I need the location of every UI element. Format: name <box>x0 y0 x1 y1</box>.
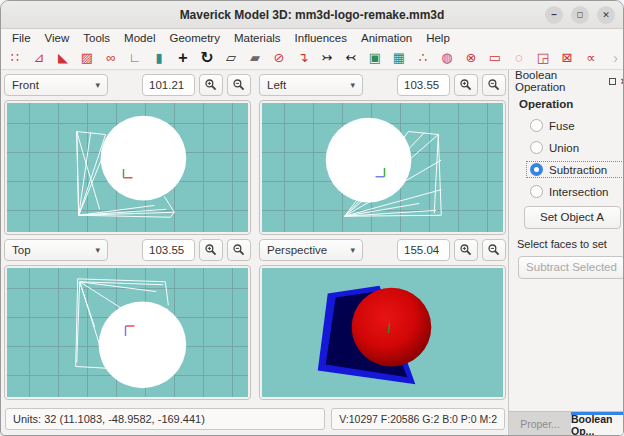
cylinder-tool-icon[interactable]: ▭ <box>483 48 507 68</box>
app-window: Maverick Model 3D: mm3d-logo-remake.mm3d… <box>0 0 624 436</box>
toolbar-overflow-chevron-icon[interactable]: › <box>613 50 621 66</box>
boolean-operation-panel: Boolean Operation × Operation Fuse Union… <box>508 70 624 435</box>
tab-properties[interactable]: Proper... <box>509 412 571 435</box>
perspective-zoom-input[interactable]: 155.04 <box>397 239 450 261</box>
bone-joint-tool-icon[interactable]: ∝ <box>579 48 603 68</box>
menu-tools[interactable]: Tools <box>76 32 117 44</box>
extrude-tool-icon[interactable]: ▱ <box>219 48 243 68</box>
top-view-label: Top <box>12 244 95 256</box>
left-wireframe-scene <box>262 103 503 232</box>
set-object-a-button[interactable]: Set Object A <box>524 206 621 229</box>
front-zoom-out-button[interactable] <box>227 74 251 96</box>
perspective-viewport-header: Perspective ▾ 155.04 <box>259 238 506 262</box>
radio-subtraction[interactable]: Subtraction <box>527 162 624 177</box>
front-zoom-in-button[interactable] <box>199 74 223 96</box>
top-viewport-header: Top ▾ 103.55 <box>4 238 251 262</box>
radio-intersection-label: Intersection <box>549 186 608 198</box>
menu-file[interactable]: File <box>5 32 38 44</box>
left-view-label: Left <box>267 79 350 91</box>
chevron-down-icon: ▾ <box>95 245 100 255</box>
front-zoom-input[interactable]: 101.21 <box>142 74 195 96</box>
menu-model[interactable]: Model <box>117 32 162 44</box>
menu-influences[interactable]: Influences <box>288 32 354 44</box>
front-wireframe-scene <box>7 103 248 232</box>
select-groups-icon[interactable]: ▨ <box>75 48 99 68</box>
select-bone-joints-icon[interactable]: ∞ <box>99 48 123 68</box>
rectangle-tool-icon[interactable]: ◲ <box>531 48 555 68</box>
radio-selected-icon <box>530 163 543 176</box>
menu-view[interactable]: View <box>38 32 77 44</box>
zoom-in-icon <box>459 243 473 257</box>
background-image-icon[interactable]: ▦ <box>387 48 411 68</box>
left-zoom-in-button[interactable] <box>454 74 478 96</box>
radio-intersection[interactable]: Intersection <box>527 184 624 199</box>
close-button[interactable]: ✕ <box>597 6 615 24</box>
make-face-tool-icon[interactable]: ⊘ <box>267 48 291 68</box>
front-viewport-canvas[interactable] <box>4 100 251 235</box>
perspective-3d-scene <box>262 268 503 397</box>
subtract-selected-button[interactable]: Subtract Selected <box>518 256 624 279</box>
perspective-viewport-canvas[interactable] <box>259 265 506 400</box>
operation-section-label: Operation <box>519 98 624 110</box>
radio-fuse[interactable]: Fuse <box>527 118 624 133</box>
top-wireframe-scene <box>7 268 248 397</box>
zoom-out-icon <box>232 243 246 257</box>
top-view-select[interactable]: Top ▾ <box>4 239 108 261</box>
left-zoom-out-button[interactable] <box>482 74 506 96</box>
top-viewport-canvas[interactable] <box>4 265 251 400</box>
tab-boolean-operation[interactable]: Boolean Op... <box>571 412 624 435</box>
sphere-tool-icon[interactable]: ◌ <box>507 48 531 68</box>
zoom-out-icon <box>232 78 246 92</box>
front-view-label: Front <box>12 79 95 91</box>
select-connected-icon[interactable]: ⊿ <box>27 48 51 68</box>
status-model-stats: V:10297 F:20586 G:2 B:0 P:0 M:2 <box>331 408 505 430</box>
top-zoom-out-button[interactable] <box>227 239 251 261</box>
titlebar: Maverick Model 3D: mm3d-logo-remake.mm3d… <box>1 1 623 29</box>
minimize-button[interactable]: – <box>545 6 563 24</box>
radio-union[interactable]: Union <box>527 140 624 155</box>
select-projections-icon[interactable]: ▮ <box>147 48 171 68</box>
left-view-select[interactable]: Left ▾ <box>259 74 363 96</box>
left-viewport-canvas[interactable] <box>259 100 506 235</box>
left-viewport-header: Left ▾ 103.55 <box>259 73 506 97</box>
menu-materials[interactable]: Materials <box>227 32 288 44</box>
polygon-tool-icon[interactable]: ⊠ <box>555 48 579 68</box>
vertex-tool-icon[interactable]: ∴ <box>411 48 435 68</box>
shear-tool-icon[interactable]: ▰ <box>243 48 267 68</box>
front-view-select[interactable]: Front ▾ <box>4 74 108 96</box>
front-viewport-header: Front ▾ 101.21 <box>4 73 251 97</box>
select-vertices-icon[interactable]: ∷ <box>3 48 27 68</box>
attract-far-tool-icon[interactable]: ↢ <box>339 48 363 68</box>
window-title: Maverick Model 3D: mm3d-logo-remake.mm3d <box>1 8 623 22</box>
top-zoom-in-button[interactable] <box>199 239 223 261</box>
float-panel-icon[interactable] <box>609 78 616 85</box>
radio-circle-icon <box>530 185 543 198</box>
viewport-area: Front ▾ 101.21 Left ▾ <box>1 70 508 435</box>
dock-tab-bar: Proper... Boolean Op... <box>509 411 624 435</box>
menu-help[interactable]: Help <box>419 32 457 44</box>
chevron-down-icon: ▾ <box>350 80 355 90</box>
rotate-tool-icon[interactable]: ↻ <box>195 48 219 68</box>
status-units: Units: 32 (11.1083, -48.9582, -169.441) <box>5 408 325 430</box>
top-zoom-input[interactable]: 103.55 <box>142 239 195 261</box>
radio-circle-icon <box>530 141 543 154</box>
left-zoom-input[interactable]: 103.55 <box>397 74 450 96</box>
ellipsoid-tool-icon[interactable]: ◍ <box>435 48 459 68</box>
zoom-in-icon <box>204 243 218 257</box>
move-tool-icon[interactable]: + <box>171 48 195 68</box>
perspective-zoom-in-button[interactable] <box>454 239 478 261</box>
torus-tool-icon[interactable]: ⊗ <box>459 48 483 68</box>
maximize-button[interactable]: ◻ <box>571 6 589 24</box>
select-points-icon[interactable]: ∟ <box>123 48 147 68</box>
perspective-view-select[interactable]: Perspective ▾ <box>259 239 363 261</box>
move-background-image-icon[interactable]: ▣ <box>363 48 387 68</box>
perspective-zoom-out-button[interactable] <box>482 239 506 261</box>
close-panel-icon[interactable]: × <box>621 75 624 87</box>
close-icon: ✕ <box>602 10 610 20</box>
attract-near-tool-icon[interactable]: ↣ <box>315 48 339 68</box>
menu-animation[interactable]: Animation <box>354 32 419 44</box>
menu-geometry[interactable]: Geometry <box>162 32 227 44</box>
maximize-icon: ◻ <box>577 10 584 19</box>
select-faces-icon[interactable]: ◣ <box>51 48 75 68</box>
flip-normals-tool-icon[interactable]: ↴ <box>291 48 315 68</box>
